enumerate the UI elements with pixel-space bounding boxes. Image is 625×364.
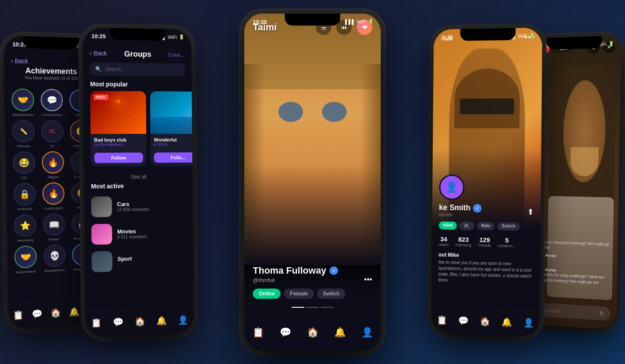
most-popular-title: Most popular — [83, 81, 192, 92]
notch-2 — [110, 28, 165, 41]
msg-text-3: Are you ready for a big challenge? What … — [530, 272, 611, 292]
taimi-user-name: Thoma Fulloway ✓ — [253, 265, 372, 276]
bad-boys-members: 16 584 members — [94, 142, 143, 147]
taimi-username: @thmfull — [253, 277, 372, 283]
mike-stat-friends: 129 Friends — [478, 236, 491, 248]
phone-taimi-screen: 10:25 ▌▌▌ WiFi 🔋 Taimi ☰ ⏮ ❤ — [244, 14, 381, 350]
cars-group-image — [91, 196, 112, 217]
cars-group-item[interactable]: Cars 12 856 members — [84, 192, 193, 221]
mike-switch-tag: Switch — [497, 222, 520, 231]
nav-collections-icon[interactable]: 📋 — [12, 309, 23, 321]
nav-collections-taimi[interactable]: 📋 — [252, 327, 264, 338]
sport-group-item[interactable]: Sport ... — [85, 246, 194, 276]
achievement-protected: 🔒 Protected — [12, 183, 38, 211]
search-icon: 🔍 — [95, 66, 101, 72]
phone-groups-screen: 10:25 ▌▌▌ WiFi 🔋 ‹ Back Groups Crea... 🔍… — [83, 28, 194, 337]
phone-mike-screen: 0:25 ▌▌▌ WiFi 🔋 ‹ ack 1 of 16 ••• ⬆ 👤 ke… — [431, 28, 542, 337]
live-message-2: Harmen Porter ❝❞ — [530, 253, 611, 267]
female-tag: Female — [284, 289, 313, 299]
share-button[interactable]: ⬆ — [527, 207, 534, 217]
nav-chat-2[interactable]: 💬 — [113, 317, 124, 327]
live-message-1: Heyiaa What are you doing this evening? … — [530, 235, 612, 253]
group-card-wonderful[interactable]: Wonderful 9 706 m... Follo... — [150, 91, 192, 166]
bad-boys-image: REAL — [90, 91, 146, 134]
phones-container: 10:25 ▌▌▌ WiFi 🔋 ‹ Back Achievements You… — [0, 0, 625, 364]
back-button-1[interactable]: ‹ Back — [11, 58, 91, 66]
notch-1 — [23, 36, 78, 50]
search-placeholder: Search — [105, 66, 121, 72]
time-2: 10:25 — [91, 33, 106, 40]
mike-about: out Mike like to meet you if you are ope… — [438, 252, 533, 286]
create-button[interactable]: Crea... — [168, 52, 185, 58]
refresh-button[interactable]: ↻ — [599, 310, 604, 317]
nav-collections-2[interactable]: 📋 — [91, 317, 101, 328]
sport-group-image — [92, 251, 113, 272]
group-card-bad-boys[interactable]: REAL Bad boys club 16 584 members Follow — [90, 91, 147, 166]
nav-bell-taimi[interactable]: 🔔 — [334, 327, 346, 338]
achievement-party-goer: 🔥 A party-goer — [41, 182, 67, 210]
follow-button-bad-boys[interactable]: Follow — [94, 153, 143, 163]
nav-profile-4[interactable]: 👤 — [523, 317, 534, 328]
nav-chat-4[interactable]: 💬 — [458, 315, 469, 326]
nav-profile-2[interactable]: 👤 — [178, 315, 188, 325]
back-button-2[interactable]: ‹ Back — [90, 49, 107, 57]
movies-group-image — [91, 224, 112, 245]
time-4: 0:25 — [442, 34, 453, 40]
search-bar[interactable]: 🔍 Search — [90, 63, 185, 76]
verified-badge: ✓ — [330, 266, 338, 275]
nav-chat-icon[interactable]: 💬 — [32, 308, 42, 319]
nav-collections-4[interactable]: 📋 — [437, 315, 447, 325]
nav-home-4[interactable]: 🏠 — [480, 316, 490, 326]
most-active-title: Most active — [84, 182, 193, 193]
wonderful-members: 9 706 m... — [154, 142, 192, 147]
achievement-interesting: ⭐ Interesting — [12, 214, 38, 243]
more-options-button[interactable]: ••• — [364, 275, 372, 284]
nav-bell-4[interactable]: 🔔 — [501, 317, 512, 327]
taimi-tags: Online Female Switch — [253, 289, 372, 299]
status-icons-3: ▌▌▌ WiFi 🔋 — [345, 19, 374, 24]
see-all-button[interactable]: See all — [84, 171, 193, 183]
achievement-skull: 💀 Acquaintance — [42, 244, 67, 273]
nav-chat-taimi[interactable]: 💬 — [280, 327, 291, 338]
nav-bell-2[interactable]: 🔔 — [156, 315, 167, 326]
time-3: 10:25 — [253, 19, 267, 25]
bad-boys-name: Bad boys club — [94, 137, 143, 142]
notch-3 — [285, 14, 340, 26]
mike-tags: nline XL Male Switch — [439, 221, 534, 231]
follow-button-wonderful[interactable]: Follo... — [154, 152, 192, 162]
mike-name: ke Smith ✓ — [439, 203, 534, 214]
bad-boys-info: Bad boys club 16 584 members — [90, 134, 146, 150]
nav-profile-taimi[interactable]: 👤 — [362, 327, 373, 338]
nav-home-taimi[interactable]: 🏠 — [307, 327, 318, 338]
switch-tag: Switch — [317, 289, 346, 299]
phone-nav-2: 📋 💬 🏠 🔔 👤 — [85, 308, 194, 337]
movies-group-info: Movies 8 521 members — [117, 227, 186, 240]
mike-about-text: like to meet you if you are open to new … — [438, 260, 533, 286]
mike-xl-tag: XL — [460, 222, 475, 230]
nav-home-2[interactable]: 🏠 — [135, 316, 145, 326]
mike-stat-following: 823 Following — [455, 236, 472, 248]
profile-dots — [292, 307, 333, 308]
wonderful-name: Wonderful — [154, 137, 192, 142]
mike-avatar: 👤 — [439, 174, 465, 200]
achievement-acquaintance: 🤝 Acquaintance — [10, 89, 36, 117]
achievement-xl: XL XL — [40, 120, 66, 148]
cars-group-info: Cars 12 856 members — [117, 200, 186, 212]
phone-groups: 10:25 ▌▌▌ WiFi 🔋 ‹ Back Groups Crea... 🔍… — [83, 28, 194, 337]
notch-5 — [547, 36, 602, 50]
achievement-xxl: 😂 XXL — [11, 151, 37, 179]
achievements-subtitle: You have received 10 of 100 — [11, 75, 91, 81]
movies-group-item[interactable]: Movies 8 521 members — [84, 219, 193, 248]
mike-verified: ✓ — [473, 204, 482, 212]
mike-stats: 34 owers 823 Following 129 Friends 5 Ach… — [439, 235, 534, 248]
mike-stat-achievements: 5 Achievm... — [498, 236, 516, 248]
phone-mike: 0:25 ▌▌▌ WiFi 🔋 ‹ ack 1 of 16 ••• ⬆ 👤 ke… — [431, 28, 542, 337]
cars-group-members: 12 856 members — [117, 207, 186, 212]
wonderful-info: Wonderful 9 706 m... — [150, 134, 192, 150]
nav-home-icon[interactable]: 🏠 — [50, 307, 61, 318]
achievement-reader: 📖 Reader — [41, 213, 67, 242]
mike-handle: nsmith — [439, 212, 534, 218]
nav-bell-icon[interactable]: 🔔 — [69, 306, 79, 317]
mike-profile-section: 👤 ke Smith ✓ nsmith nline XL Male Switch… — [431, 174, 541, 286]
mike-male-tag: Male — [477, 222, 495, 231]
